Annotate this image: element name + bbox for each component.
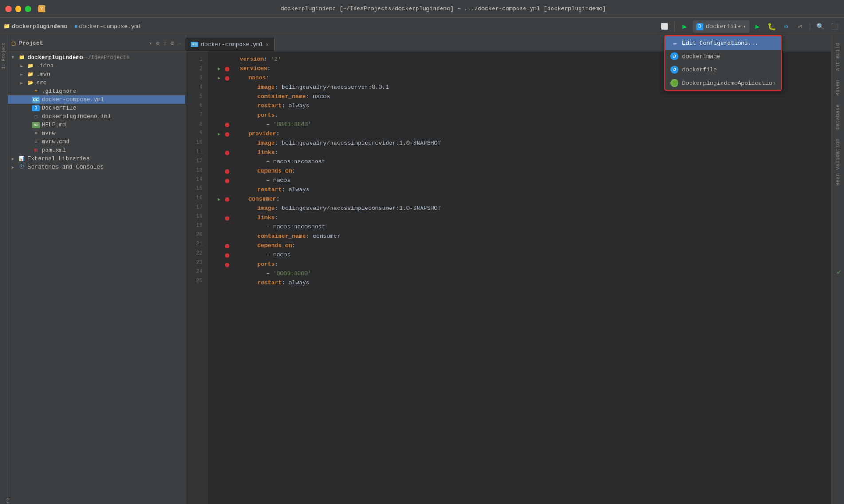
tree-label-dockerfile: Dockerfile [42, 105, 76, 111]
ext-lib-icon: 📊 [18, 156, 26, 162]
folder-icon-panel: ▢ [12, 39, 15, 47]
tree-item-pomxml[interactable]: m pom.xml [8, 146, 185, 154]
code-line-22: – nacos [208, 251, 831, 260]
line-num-6: 6 [185, 101, 203, 110]
expand-arrow-ext: ▶ [12, 156, 18, 161]
tree-root-label: dockerplugindemo [28, 54, 83, 61]
bp-gutter-11 [224, 151, 231, 155]
run-config-selector[interactable]: D dockerfile ▾ [693, 20, 749, 33]
yaml-tab-icon: ■ [74, 24, 77, 30]
tree-root-item[interactable]: ▼ 📁 dockerplugindemo ~/IdeaProjects [8, 53, 185, 62]
rerun-button[interactable]: ↺ [794, 20, 806, 33]
code-line-21: depends_on: [208, 241, 831, 251]
database-tool[interactable]: Database [833, 101, 842, 133]
line-num-19: 19 [185, 221, 203, 230]
line-num-18: 18 [185, 212, 203, 221]
editor-area: dc docker-compose.yml ✕ 1 2 3 4 5 6 7 8 … [185, 35, 831, 504]
settings-icon[interactable]: ⚙ [170, 39, 174, 47]
fold-gutter-2[interactable]: ▶ [215, 66, 224, 73]
project-tool-label[interactable]: 1: Project [1, 43, 6, 69]
toolbar-separator [674, 22, 675, 31]
tree-item-iml[interactable]: ▢ dockerplugindemo.iml [8, 112, 185, 121]
docker-icon-2: D [670, 66, 678, 74]
toolbar-separator-2 [810, 22, 810, 31]
gitignore-icon: ≡ [32, 88, 40, 94]
fit-screen-button[interactable]: ⬜ [659, 20, 671, 33]
idea-folder-icon: 📁 [27, 63, 35, 69]
run-config-label: dockerfile [706, 23, 741, 30]
scratches-icon: ⏱ [18, 164, 26, 170]
window-title: dockerplugindemo [~/IdeaProjects/dockerp… [48, 5, 839, 12]
scope-icon[interactable]: ≡ [163, 40, 167, 47]
editor-tab-compose[interactable]: dc docker-compose.yml ✕ [185, 38, 275, 51]
fold-gutter-16[interactable]: ▶ [215, 196, 224, 203]
line-num-22: 22 [185, 249, 203, 258]
tree-item-scratches[interactable]: ▶ ⏱ Scratches and Consoles [8, 163, 185, 171]
spring-app-item[interactable]: 🌿 DockerplugindemoApplication [665, 76, 781, 90]
fold-gutter-3[interactable]: ▶ [215, 75, 224, 82]
tree-item-dockerfile[interactable]: D Dockerfile [8, 104, 185, 112]
line-num-12: 12 [185, 157, 203, 166]
close-button[interactable] [5, 6, 12, 12]
code-line-18: links: [208, 213, 831, 223]
ant-build-tool[interactable]: Ant Build [833, 39, 842, 75]
tree-item-gitignore[interactable]: ≡ .gitignore [8, 87, 185, 95]
code-line-12: – nacos:nacoshost [208, 158, 831, 167]
tree-root-path: ~/IdeaProjects [85, 55, 130, 61]
fold-gutter-9[interactable]: ▶ [215, 131, 224, 138]
chevron-panel-icon: ▾ [149, 39, 152, 47]
dockerfile-item[interactable]: D dockerfile [665, 63, 781, 76]
edit-configurations-item[interactable]: ✏ Edit Configurations... [665, 36, 781, 50]
tab-close-button[interactable]: ✕ [266, 42, 269, 47]
bp-gutter-18 [224, 216, 231, 220]
minimize-panel-icon[interactable]: − [178, 40, 181, 47]
breadcrumb-project: dockerplugindemo [12, 23, 67, 30]
line-num-11: 11 [185, 147, 203, 157]
src-folder-icon: 📂 [27, 80, 35, 86]
bp-gutter-9 [224, 132, 231, 137]
run-button[interactable]: ▶ [751, 20, 764, 33]
code-line-19: – nacos:nacoshost [208, 223, 831, 232]
tree-item-docker-compose[interactable]: dc docker-compose.yml [8, 95, 185, 104]
bean-validation-tool[interactable]: Bean Validation [833, 135, 842, 189]
dockerimage-item[interactable]: D dockerimage [665, 50, 781, 63]
code-line-8: – '8848:8848' [208, 120, 831, 130]
edit-icon: ✏ [670, 39, 678, 47]
breadcrumb-file: docker-compose.yml [79, 23, 141, 30]
search-button[interactable]: 🔍 [814, 20, 826, 33]
debug-button[interactable]: 🐛 [765, 20, 778, 33]
line-numbers: 1 2 3 4 5 6 7 8 9 10 11 12 13 14 15 16 1… [185, 51, 208, 504]
tree-item-idea[interactable]: ▶ 📁 .idea [8, 62, 185, 70]
iml-icon: ▢ [32, 114, 40, 120]
tree-label-compose: docker-compose.yml [42, 96, 104, 103]
run-icon[interactable]: ▶ [678, 20, 691, 33]
tree-label-gitignore: .gitignore [42, 88, 76, 94]
code-line-24: – '8080:8080' [208, 269, 831, 279]
add-icon[interactable]: ⊕ [156, 39, 159, 47]
bp-gutter-3 [224, 76, 231, 81]
maven-icon: m [32, 147, 40, 154]
tree-item-src[interactable]: ▶ 📂 src [8, 79, 185, 87]
breadcrumb: 📁 dockerplugindemo › ■ docker-compose.ym… [4, 23, 142, 30]
tree-item-ext-libs[interactable]: ▶ 📊 External Libraries [8, 154, 185, 163]
maximize-button[interactable] [25, 6, 31, 12]
terminal-button[interactable]: ⬛ [828, 20, 840, 33]
tree-item-help[interactable]: MD HELP.md [8, 121, 185, 129]
traffic-lights[interactable] [5, 6, 31, 12]
minimize-button[interactable] [15, 6, 21, 12]
code-content[interactable]: version: '2' ▶ services: ▶ nacos: [208, 51, 831, 504]
code-line-14: – nacos [208, 176, 831, 185]
tree-item-mvnw[interactable]: ≡ mvnw [8, 129, 185, 138]
line-num-23: 23 [185, 258, 203, 268]
expand-arrow-src: ▶ [20, 80, 27, 86]
tree-item-mvnwcmd[interactable]: ≡ mvnw.cmd [8, 138, 185, 146]
build-button[interactable]: ⚙ [780, 20, 792, 33]
expand-arrow: ▼ [12, 55, 18, 60]
maven-tool[interactable]: Maven [833, 76, 842, 99]
code-line-6: restart: always [208, 102, 831, 111]
structure-tool[interactable]: Z: Structure [5, 498, 11, 504]
line-num-4: 4 [185, 83, 203, 92]
bp-gutter-2 [224, 67, 231, 71]
bp-gutter-21 [224, 244, 231, 248]
tree-item-mvn[interactable]: ▶ 📁 .mvn [8, 70, 185, 79]
